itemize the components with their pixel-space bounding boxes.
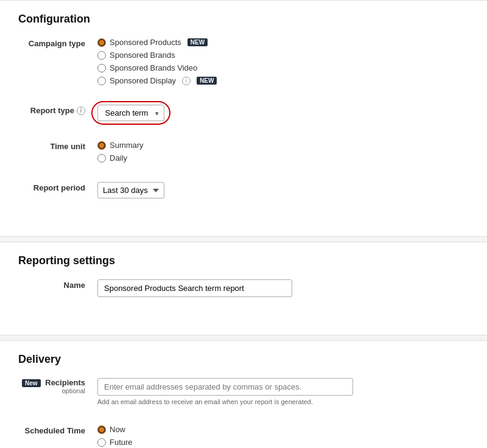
recipients-content: Add an email address to receive an email… [97, 378, 469, 405]
campaign-type-options: Sponsored Products NEW Sponsored Brands … [97, 38, 469, 85]
list-item[interactable]: Summary [97, 141, 469, 150]
time-unit-radio-group: Summary Daily [97, 141, 469, 163]
scheduled-time-options: Now Future Recurring [97, 425, 469, 448]
report-type-info-icon: i [77, 107, 85, 115]
name-content [97, 279, 469, 297]
recipients-optional: optional [18, 387, 85, 394]
summary-radio[interactable] [97, 141, 106, 150]
search-term-dropdown: Search term [97, 105, 164, 121]
name-row: Name [18, 279, 469, 307]
report-period-select[interactable]: Last 30 days [97, 182, 164, 198]
list-item[interactable]: Sponsored Brands Video [97, 63, 469, 72]
scheduled-time-label: Scheduled Time [18, 425, 97, 435]
sponsored-display-info-icon: i [182, 77, 191, 85]
sponsored-display-label: Sponsored Display [110, 76, 176, 85]
recipients-help-text: Add an email address to receive an email… [97, 398, 469, 405]
sponsored-products-label: Sponsored Products [110, 38, 181, 47]
reporting-settings-title: Reporting settings [18, 254, 469, 267]
report-type-value: Search term [105, 108, 149, 117]
sponsored-products-radio[interactable] [97, 38, 106, 47]
scheduled-time-radio-group: Now Future Recurring [97, 425, 469, 448]
list-item[interactable]: Sponsored Display i NEW [97, 76, 469, 85]
future-label: Future [110, 438, 133, 447]
sponsored-brands-video-radio[interactable] [97, 64, 106, 72]
list-item[interactable]: Future [97, 438, 469, 447]
page: Configuration Campaign type Sponsored Pr… [0, 0, 487, 448]
list-item[interactable]: Daily [97, 153, 469, 163]
configuration-section: Configuration Campaign type Sponsored Pr… [0, 0, 487, 237]
time-unit-options: Summary Daily [97, 141, 469, 163]
list-item[interactable]: Sponsored Products NEW [97, 38, 469, 47]
sponsored-products-badge: NEW [187, 38, 208, 46]
recipients-row: New Recipients optional Add an email add… [18, 378, 469, 415]
delivery-title: Delivery [18, 353, 469, 366]
sponsored-display-radio[interactable] [97, 77, 106, 85]
campaign-type-row: Campaign type Sponsored Products NEW Spo… [18, 38, 469, 95]
recipients-label: Recipients [45, 378, 85, 387]
report-period-row: Report period Last 30 days [18, 182, 469, 208]
reporting-settings-section: Reporting settings Name [0, 242, 487, 335]
list-item[interactable]: Sponsored Brands [97, 51, 469, 60]
report-type-row: Report type i Search term [18, 105, 469, 131]
report-period-content: Last 30 days [97, 182, 469, 198]
list-item[interactable]: Now [97, 425, 469, 434]
now-radio[interactable] [97, 425, 106, 434]
future-radio[interactable] [97, 438, 106, 447]
time-unit-row: Time unit Summary Daily [18, 141, 469, 172]
sponsored-brands-radio[interactable] [97, 51, 106, 60]
summary-label: Summary [110, 141, 144, 150]
scheduled-time-row: Scheduled Time Now Future Recurring [18, 425, 469, 448]
now-label: Now [110, 425, 125, 434]
campaign-radio-group: Sponsored Products NEW Sponsored Brands … [97, 38, 469, 85]
time-unit-label: Time unit [18, 141, 97, 151]
recipients-new-badge: New [22, 379, 41, 387]
recipients-input[interactable] [97, 378, 353, 396]
sponsored-display-badge: NEW [197, 77, 217, 85]
configuration-title: Configuration [18, 13, 469, 26]
report-type-content: Search term [97, 105, 469, 121]
report-period-label: Report period [18, 182, 97, 192]
sponsored-brands-video-label: Sponsored Brands Video [110, 63, 197, 72]
report-type-dropdown-button[interactable]: Search term [97, 105, 164, 121]
daily-radio[interactable] [97, 154, 106, 163]
campaign-type-label: Campaign type [18, 38, 97, 48]
sponsored-brands-label: Sponsored Brands [110, 51, 175, 60]
name-input[interactable] [97, 279, 292, 297]
delivery-section: Delivery New Recipients optional Add an … [0, 340, 487, 448]
daily-label: Daily [110, 153, 127, 163]
recipients-label-line: New Recipients [18, 378, 85, 387]
name-label: Name [18, 279, 97, 290]
report-type-label: Report type i [18, 105, 97, 115]
recipients-label-group: New Recipients optional [18, 378, 97, 394]
